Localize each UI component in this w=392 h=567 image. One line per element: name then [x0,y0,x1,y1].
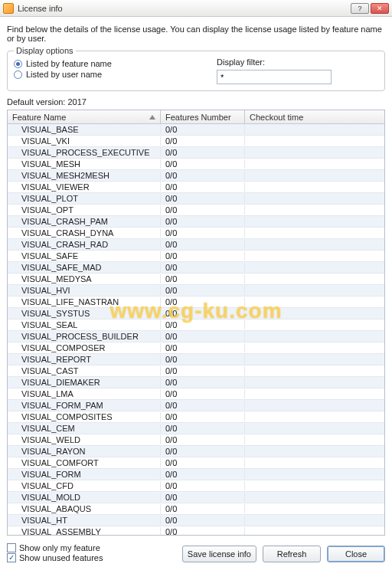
table-row[interactable]: VISUAL_SEAL0/0 [8,320,384,331]
table-row[interactable]: VISUAL_FORM0/0 [8,469,384,480]
cell-features-number: 0/0 [161,412,245,421]
table-row[interactable]: VISUAL_BASE0/0 [8,124,384,136]
cell-feature-name: VISUAL_MESH2MESH [8,171,161,180]
table-row[interactable]: VISUAL_COMFORT0/0 [8,457,384,469]
content: Find below the details of the license us… [0,17,392,536]
table-row[interactable]: VISUAL_RAYON0/0 [8,446,384,457]
display-options-legend: Display options [14,46,76,55]
cell-feature-name: VISUAL_SAFE [8,251,161,261]
display-filter-block: Display filter: [207,57,378,84]
table-row[interactable]: VISUAL_SAFE_MAD0/0 [8,262,384,274]
cell-feature-name: VISUAL_COMPOSER [8,343,161,352]
table-row[interactable]: VISUAL_CRASH_PAM0/0 [8,216,384,228]
table-row[interactable]: VISUAL_MOLD0/0 [8,492,384,503]
cell-features-number: 0/0 [161,527,245,535]
cell-feature-name: VISUAL_VIEWER [8,182,161,192]
table-row[interactable]: VISUAL_LMA0/0 [8,388,384,400]
table-row[interactable]: VISUAL_VIEWER0/0 [8,182,384,193]
table-row[interactable]: VISUAL_REPORT0/0 [8,354,384,365]
cell-features-number: 0/0 [161,320,245,329]
checkbox-icon [7,553,16,562]
cell-feature-name: VISUAL_CFD [8,481,161,490]
cell-feature-name: VISUAL_SYSTUS [8,309,161,318]
table-row[interactable]: VISUAL_HT0/0 [8,515,384,526]
table-header: Feature Name Features Number Checkout ti… [8,110,384,124]
bottom-bar: Show only my feature Show unused feature… [7,543,385,562]
cell-features-number: 0/0 [161,470,245,479]
table-row[interactable]: VISUAL_PLOT0/0 [8,193,384,205]
cell-features-number: 0/0 [161,240,245,249]
table-row[interactable]: VISUAL_DIEMAKER0/0 [8,377,384,388]
cell-features-number: 0/0 [161,481,245,490]
table-row[interactable]: VISUAL_COMPOSITES0/0 [8,411,384,423]
table-row[interactable]: VISUAL_COMPOSER0/0 [8,342,384,354]
table-row[interactable]: VISUAL_ASSEMBLY0/0 [8,526,384,535]
cell-features-number: 0/0 [161,125,245,134]
cell-features-number: 0/0 [161,389,245,398]
table-row[interactable]: VISUAL_SYSTUS0/0 [8,308,384,320]
table-row[interactable]: VISUAL_MESH2MESH0/0 [8,170,384,182]
table-row[interactable]: VISUAL_WELD0/0 [8,434,384,446]
cell-feature-name: VISUAL_HT [8,516,161,525]
column-header-features-number[interactable]: Features Number [161,110,245,123]
cell-features-number: 0/0 [161,504,245,513]
table-row[interactable]: VISUAL_PROCESS_BUILDER0/0 [8,331,384,342]
table-row[interactable]: VISUAL_LIFE_NASTRAN0/0 [8,297,384,308]
table-row[interactable]: VISUAL_FORM_PAM0/0 [8,400,384,411]
cell-feature-name: VISUAL_COMFORT [8,458,161,467]
cell-feature-name: VISUAL_MOLD [8,493,161,502]
checkbox-label: Show only my feature [19,543,100,552]
cell-features-number: 0/0 [161,274,245,284]
cell-feature-name: VISUAL_CEM [8,424,161,433]
cell-feature-name: VISUAL_PROCESS_BUILDER [8,332,161,341]
cell-features-number: 0/0 [161,366,245,375]
table-row[interactable]: VISUAL_CFD0/0 [8,480,384,492]
radio-listed-by-user[interactable]: Listed by user name [14,70,207,79]
table-row[interactable]: VISUAL_CAST0/0 [8,365,384,377]
cell-features-number: 0/0 [161,401,245,410]
cell-features-number: 0/0 [161,251,245,261]
table-row[interactable]: VISUAL_CEM0/0 [8,423,384,434]
radio-listed-by-feature[interactable]: Listed by feature name [14,59,207,68]
table-row[interactable]: VISUAL_CRASH_RAD0/0 [8,239,384,251]
table-row[interactable]: VISUAL_PROCESS_EXECUTIVE0/0 [8,147,384,159]
cell-features-number: 0/0 [161,493,245,502]
cell-feature-name: VISUAL_PROCESS_EXECUTIVE [8,148,161,157]
display-filter-input[interactable] [217,70,332,84]
table-body[interactable]: VISUAL_BASE0/0VISUAL_VKI0/0VISUAL_PROCES… [8,124,384,535]
table-row[interactable]: VISUAL_CRASH_DYNA0/0 [8,228,384,239]
cell-feature-name: VISUAL_CRASH_PAM [8,217,161,226]
save-license-info-button[interactable]: Save license info [182,546,256,562]
checkbox-show-unused-features[interactable]: Show unused features [7,553,103,562]
cell-features-number: 0/0 [161,205,245,215]
table-row[interactable]: VISUAL_HVI0/0 [8,285,384,297]
display-options-group: Display options Listed by feature name L… [7,51,385,91]
window-buttons: ? ✕ [351,3,389,14]
cell-feature-name: VISUAL_MEDYSA [8,274,161,284]
display-filter-label: Display filter: [217,57,378,67]
column-header-label: Features Number [165,113,231,122]
cell-features-number: 0/0 [161,332,245,341]
bottom-buttons: Save license info Refresh Close [182,546,385,562]
radio-icon [14,60,22,68]
close-button[interactable]: Close [327,546,385,562]
close-window-button[interactable]: ✕ [371,3,389,14]
cell-features-number: 0/0 [161,297,245,306]
app-icon [3,3,14,14]
table-row[interactable]: VISUAL_ABAQUS0/0 [8,503,384,515]
cell-feature-name: VISUAL_SEAL [8,320,161,329]
table-row[interactable]: VISUAL_SAFE0/0 [8,251,384,262]
checkbox-show-only-my-feature[interactable]: Show only my feature [7,543,103,552]
column-header-feature-name[interactable]: Feature Name [8,110,161,123]
radio-group: Listed by feature name Listed by user na… [14,57,207,84]
table-row[interactable]: VISUAL_MEDYSA0/0 [8,274,384,285]
table-row[interactable]: VISUAL_MESH0/0 [8,159,384,170]
table-row[interactable]: VISUAL_OPT0/0 [8,205,384,216]
help-button[interactable]: ? [351,3,369,14]
cell-features-number: 0/0 [161,343,245,352]
cell-feature-name: VISUAL_FORM [8,470,161,479]
column-header-checkout-time[interactable]: Checkout time [245,110,384,123]
cell-feature-name: VISUAL_REPORT [8,355,161,364]
table-row[interactable]: VISUAL_VKI0/0 [8,136,384,147]
refresh-button[interactable]: Refresh [263,546,321,562]
